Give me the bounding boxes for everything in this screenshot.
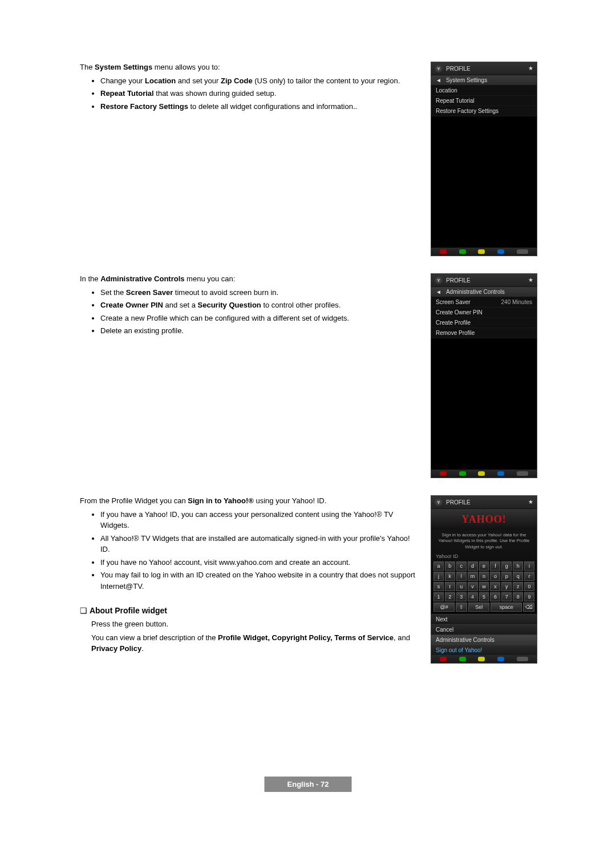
star-icon: ★ [528, 499, 533, 505]
key[interactable]: y [501, 582, 512, 591]
key[interactable]: f [490, 561, 500, 571]
system-settings-widget: YPROFILE★ ◄System Settings Location Repe… [431, 62, 537, 256]
key[interactable]: e [479, 561, 489, 571]
key[interactable]: g [501, 561, 512, 571]
sign-out-row[interactable]: Sign out of Yahoo! [431, 645, 537, 655]
key[interactable]: 3 [456, 592, 467, 601]
menu-item-screen-saver[interactable]: Screen Saver240 Minutes [431, 297, 537, 308]
menu-item-create-profile[interactable]: Create Profile [431, 318, 537, 328]
red-button-icon[interactable] [440, 249, 447, 254]
back-arrow-icon[interactable]: ◄ [436, 289, 441, 295]
widget-footer [431, 655, 537, 663]
widget-subtitle[interactable]: ◄Administrative Controls [431, 287, 537, 297]
key[interactable]: i [524, 561, 534, 571]
yahoo-logo: YAHOO! [431, 509, 537, 530]
on-screen-keyboard[interactable]: abcdefghi jklmnopqr stuvwxyz0 123456789 … [431, 560, 537, 614]
yellow-button-icon[interactable] [478, 657, 485, 661]
menu-item-location[interactable]: Location [431, 86, 537, 96]
key[interactable]: m [468, 572, 478, 581]
yahoo-id-label: Yahoo! ID [431, 552, 537, 560]
key[interactable]: a [433, 561, 444, 571]
key[interactable]: 1 [433, 592, 444, 601]
key[interactable]: o [490, 572, 500, 581]
key[interactable]: q [513, 572, 523, 581]
key[interactable]: r [524, 572, 534, 581]
yahoo-eye-icon: Y [435, 498, 443, 506]
key[interactable]: 0 [524, 582, 534, 591]
key-backspace[interactable]: ⌫ [523, 603, 534, 612]
widget-subtitle[interactable]: ◄System Settings [431, 75, 537, 86]
admin-controls-text: In the Administrative Controls menu you … [80, 273, 419, 478]
widget-title-bar: YPROFILE★ [431, 496, 537, 509]
key[interactable]: c [456, 561, 467, 571]
star-icon: ★ [528, 277, 533, 283]
menu-item-create-pin[interactable]: Create Owner PIN [431, 308, 537, 318]
red-button-icon[interactable] [440, 471, 447, 476]
blue-button-icon[interactable] [497, 249, 504, 254]
key[interactable]: p [501, 572, 512, 581]
key[interactable]: j [433, 572, 444, 581]
green-button-icon[interactable] [459, 657, 466, 661]
key[interactable]: t [445, 582, 455, 591]
yellow-button-icon[interactable] [478, 471, 485, 476]
key[interactable]: z [513, 582, 523, 591]
green-button-icon[interactable] [459, 249, 466, 254]
key[interactable]: d [468, 561, 478, 571]
menu-item-repeat-tutorial[interactable]: Repeat Tutorial [431, 96, 537, 106]
key[interactable]: k [445, 572, 455, 581]
grey-button-icon[interactable] [517, 657, 528, 661]
key[interactable]: 5 [479, 592, 489, 601]
key-symbols[interactable]: @# [433, 603, 455, 612]
key[interactable]: l [456, 572, 467, 581]
widget-title-bar: YPROFILE★ [431, 274, 537, 287]
key[interactable]: 8 [513, 592, 523, 601]
blue-button-icon[interactable] [497, 471, 504, 476]
yellow-button-icon[interactable] [478, 249, 485, 254]
key-shift[interactable]: ⇧ [456, 603, 467, 612]
grey-button-icon[interactable] [517, 249, 528, 254]
signin-widget: YPROFILE★ YAHOO! Sign in to access your … [431, 495, 537, 664]
key[interactable]: 9 [524, 592, 534, 601]
yahoo-eye-icon: Y [435, 64, 443, 72]
key[interactable]: s [433, 582, 444, 591]
star-icon: ★ [528, 65, 533, 71]
key[interactable]: u [456, 582, 467, 591]
menu-item-restore-factory[interactable]: Restore Factory Settings [431, 106, 537, 116]
widget-title-bar: YPROFILE★ [431, 62, 537, 75]
key-select[interactable]: Sel [468, 603, 489, 612]
key[interactable]: h [513, 561, 523, 571]
widget-footer [431, 248, 537, 256]
grey-button-icon[interactable] [517, 471, 528, 476]
admin-controls-widget: YPROFILE★ ◄Administrative Controls Scree… [431, 273, 537, 478]
widget-footer [431, 470, 537, 478]
key[interactable]: 2 [445, 592, 455, 601]
key[interactable]: n [479, 572, 489, 581]
key[interactable]: b [445, 561, 455, 571]
cancel-button[interactable]: Cancel [431, 624, 537, 634]
signin-instructions: Sign in to access your Yahoo! data for t… [431, 530, 537, 552]
admin-controls-row[interactable]: Administrative Controls [431, 634, 537, 645]
key[interactable]: v [468, 582, 478, 591]
key[interactable]: w [479, 582, 489, 591]
system-settings-text: The System Settings menu allows you to: … [80, 62, 419, 256]
menu-item-remove-profile[interactable]: Remove Profile [431, 328, 537, 338]
key-space[interactable]: space [491, 603, 522, 612]
back-arrow-icon[interactable]: ◄ [436, 77, 441, 83]
yahoo-eye-icon: Y [435, 276, 443, 284]
page-footer: English - 72 [265, 777, 352, 792]
key[interactable]: 4 [468, 592, 478, 601]
key[interactable]: 6 [490, 592, 500, 601]
about-profile-heading: About Profile widget [80, 606, 419, 615]
blue-button-icon[interactable] [497, 657, 504, 661]
next-button[interactable]: Next [431, 614, 537, 624]
key[interactable]: x [490, 582, 500, 591]
signin-yahoo-text: From the Profile Widget you can Sign in … [80, 495, 419, 664]
red-button-icon[interactable] [440, 657, 447, 661]
green-button-icon[interactable] [459, 471, 466, 476]
key[interactable]: 7 [501, 592, 512, 601]
